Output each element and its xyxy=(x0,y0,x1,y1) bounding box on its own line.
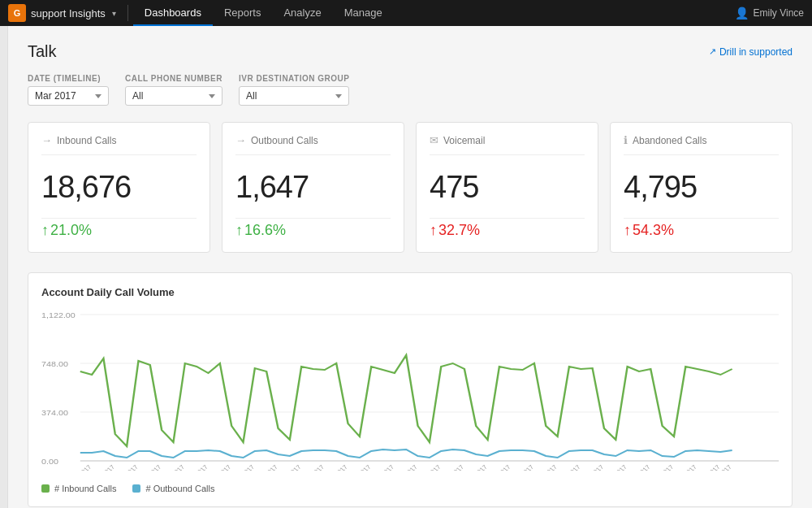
legend-outbound-label: # Outbound Calls xyxy=(145,484,214,493)
tab-manage[interactable]: Manage xyxy=(333,0,394,26)
metric-card-abandoned: ℹ Abandoned Calls 4,795 54.3% xyxy=(610,122,793,253)
voicemail-label: Voicemail xyxy=(443,135,485,146)
voicemail-header: ✉ Voicemail xyxy=(430,134,585,155)
filter-ivr: IVR DESTINATION GROUP All xyxy=(239,74,349,106)
inbound-change: 21.0% xyxy=(41,218,197,239)
abandoned-label: Abandoned Calls xyxy=(633,135,706,146)
date-filter-select[interactable]: Mar 2017 xyxy=(28,86,109,106)
ivr-filter-select[interactable]: All xyxy=(239,86,349,106)
inbound-value: 18,676 xyxy=(41,162,197,211)
brand-logo: G xyxy=(8,4,26,22)
outbound-change-value: 16.6% xyxy=(244,222,286,239)
outbound-value: 1,647 xyxy=(235,162,391,211)
legend-outbound: # Outbound Calls xyxy=(132,484,214,493)
brand: G support Insights ▾ xyxy=(8,4,116,22)
filter-date: DATE (TIMELINE) Mar 2017 xyxy=(28,74,109,106)
page-header: Talk ↗ Drill in supported xyxy=(28,42,793,61)
date-filter-label: DATE (TIMELINE) xyxy=(28,74,109,83)
metric-card-inbound: → Inbound Calls 18,676 21.0% xyxy=(28,122,210,253)
filters-row: DATE (TIMELINE) Mar 2017 CALL PHONE NUMB… xyxy=(28,74,793,106)
chart-section: Account Daily Call Volume 1,122.00 748.0… xyxy=(28,272,793,507)
chart-svg: 1,122.00 748.00 374.00 0.00 xyxy=(41,308,779,471)
tab-analyze[interactable]: Analyze xyxy=(272,0,332,26)
legend-inbound-label: # Inbound Calls xyxy=(54,484,116,493)
filter-phone: CALL PHONE NUMBER All xyxy=(125,74,222,106)
svg-text:0.00: 0.00 xyxy=(41,458,58,466)
tab-reports[interactable]: Reports xyxy=(213,0,273,26)
drill-link[interactable]: ↗ Drill in supported xyxy=(709,46,793,58)
nav-tabs: Dashboards Reports Analyze Manage xyxy=(133,0,394,26)
chart-container: 1,122.00 748.00 374.00 0.00 xyxy=(41,308,779,471)
voicemail-value: 475 xyxy=(430,162,585,211)
voicemail-change-value: 32.7% xyxy=(438,222,480,239)
abandoned-icon: ℹ xyxy=(624,134,628,146)
inbound-header: → Inbound Calls xyxy=(41,134,197,155)
page-title: Talk xyxy=(28,42,57,61)
nav-separator xyxy=(127,5,128,21)
user-menu[interactable]: 👤 Emily Vince xyxy=(735,7,804,20)
tab-dashboards[interactable]: Dashboards xyxy=(133,0,213,26)
svg-text:748.00: 748.00 xyxy=(41,360,68,368)
inbound-arrow xyxy=(41,222,49,239)
voicemail-change: 32.7% xyxy=(430,218,585,239)
abandoned-header: ℹ Abandoned Calls xyxy=(624,134,779,155)
outbound-label: Outbound Calls xyxy=(251,135,318,146)
abandoned-value: 4,795 xyxy=(624,162,779,211)
chart-legend: # Inbound Calls # Outbound Calls xyxy=(41,479,779,493)
sidebar xyxy=(0,26,8,508)
metric-card-outbound: → Outbound Calls 1,647 16.6% xyxy=(222,122,404,253)
abandoned-change: 54.3% xyxy=(624,218,779,239)
outbound-header: → Outbound Calls xyxy=(235,134,391,155)
legend-outbound-dot xyxy=(132,484,140,493)
abandoned-arrow xyxy=(624,222,631,239)
topnav: G support Insights ▾ Dashboards Reports … xyxy=(0,0,812,26)
legend-inbound-dot xyxy=(41,484,50,493)
chart-title: Account Daily Call Volume xyxy=(41,286,779,298)
ivr-filter-label: IVR DESTINATION GROUP xyxy=(239,74,349,83)
metric-card-voicemail: ✉ Voicemail 475 32.7% xyxy=(416,122,598,253)
legend-inbound: # Inbound Calls xyxy=(41,484,116,493)
abandoned-change-value: 54.3% xyxy=(633,222,674,239)
user-icon: 👤 xyxy=(735,7,749,20)
svg-text:1,122.00: 1,122.00 xyxy=(41,311,76,319)
outbound-change: 16.6% xyxy=(235,218,391,239)
voicemail-arrow xyxy=(430,222,437,239)
user-name: Emily Vince xyxy=(754,7,804,19)
phone-filter-select[interactable]: All xyxy=(125,86,222,106)
voicemail-icon: ✉ xyxy=(430,134,438,146)
drill-link-text: Drill in supported xyxy=(719,46,793,58)
outbound-arrow xyxy=(235,222,243,239)
svg-text:03/01/2017: 03/01/2017 xyxy=(63,464,93,471)
inbound-change-value: 21.0% xyxy=(50,222,92,239)
layout: Talk ↗ Drill in supported DATE (TIMELINE… xyxy=(0,26,812,508)
phone-filter-label: CALL PHONE NUMBER xyxy=(125,74,222,83)
brand-dropdown-icon[interactable]: ▾ xyxy=(112,9,116,18)
svg-text:374.00: 374.00 xyxy=(41,409,68,417)
outbound-icon: → xyxy=(235,134,246,146)
inbound-label: Inbound Calls xyxy=(57,135,116,146)
metric-cards-row: → Inbound Calls 18,676 21.0% → Outbound … xyxy=(28,122,793,253)
main-content: Talk ↗ Drill in supported DATE (TIMELINE… xyxy=(8,26,812,508)
brand-name: support Insights xyxy=(31,7,106,20)
inbound-icon: → xyxy=(41,134,52,146)
external-link-icon: ↗ xyxy=(709,46,716,57)
